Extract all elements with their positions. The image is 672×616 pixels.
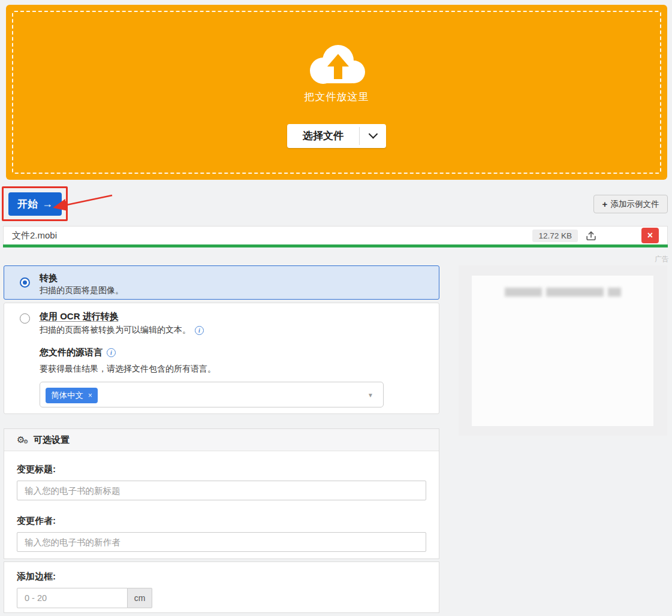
plus-icon: +	[602, 199, 608, 209]
start-button[interactable]: 开始 →	[8, 192, 62, 216]
language-tag-label: 简体中文	[51, 390, 83, 401]
optional-settings-header: ⚙ ⚙ 可选设置	[4, 429, 439, 451]
start-button-label: 开始	[17, 197, 38, 211]
uploaded-file-row: 文件2.mobi 12.72 KB ×	[3, 226, 668, 244]
option-ocr-desc: 扫描的页面将被转换为可以编辑的文本。	[40, 325, 191, 336]
change-author-label: 变更作者:	[17, 515, 426, 527]
add-example-file-button[interactable]: + 添加示例文件	[593, 195, 668, 213]
cloud-upload-icon	[303, 41, 370, 87]
chevron-down-icon	[368, 129, 378, 139]
option-ocr-title[interactable]: 使用 OCR 进行转换	[40, 311, 119, 322]
optional-settings-panel: ⚙ ⚙ 可选设置 变更标题: 变更作者:	[4, 428, 439, 559]
upload-dropzone[interactable]: 把文件放这里 选择文件	[6, 5, 667, 180]
source-language-label: 您文件的源语言	[40, 347, 103, 358]
info-icon[interactable]: i	[107, 348, 116, 357]
ad-blurred-text	[472, 288, 653, 297]
source-language-hint: 要获得最佳结果，请选择文件包含的所有语言。	[40, 364, 216, 375]
choose-file-split-button[interactable]: 选择文件	[287, 124, 386, 148]
change-title-label: 变更标题:	[17, 464, 426, 475]
add-border-section: 添加边框: cm	[4, 561, 439, 613]
radio-ocr[interactable]	[20, 313, 30, 324]
file-name: 文件2.mobi	[12, 230, 57, 241]
option-convert-title: 转换	[40, 273, 58, 284]
gears-icon: ⚙ ⚙	[17, 434, 29, 445]
remove-language-tag-icon[interactable]: ×	[88, 391, 92, 400]
add-border-input[interactable]	[17, 588, 128, 608]
upload-status-icon	[585, 230, 597, 241]
ad-content	[472, 276, 653, 426]
file-size-badge: 12.72 KB	[532, 230, 578, 242]
ad-banner[interactable]	[459, 265, 667, 436]
drop-files-text: 把文件放这里	[305, 90, 369, 104]
add-example-file-label: 添加示例文件	[610, 199, 659, 210]
language-multiselect[interactable]: 简体中文 × ▼	[40, 382, 384, 407]
ad-label: 广告	[655, 254, 669, 264]
choose-file-button[interactable]: 选择文件	[287, 124, 359, 148]
info-icon[interactable]: i	[195, 326, 204, 335]
choose-file-dropdown-toggle[interactable]	[360, 124, 386, 148]
converter-page: 把文件放这里 选择文件 开始 → + 添加示例文件 文件2.mobi	[0, 0, 672, 616]
add-border-label: 添加边框:	[17, 571, 426, 582]
close-icon: ×	[647, 231, 653, 240]
caret-down-icon[interactable]: ▼	[367, 391, 373, 398]
optional-settings-title: 可选设置	[34, 434, 70, 446]
language-tag: 简体中文 ×	[46, 388, 98, 403]
arrow-right-icon: →	[42, 198, 53, 210]
border-unit-addon: cm	[128, 588, 152, 608]
option-ocr-section: 使用 OCR 进行转换 扫描的页面将被转换为可以编辑的文本。 i 您文件的源语言…	[4, 303, 439, 414]
option-convert-desc: 扫描的页面将是图像。	[40, 285, 123, 296]
upload-progress-bar	[3, 244, 668, 247]
radio-convert-selected[interactable]	[20, 277, 30, 288]
change-title-input[interactable]	[17, 481, 426, 500]
remove-file-button[interactable]: ×	[641, 228, 659, 243]
option-convert[interactable]: 转换 扫描的页面将是图像。	[4, 265, 439, 300]
change-author-input[interactable]	[17, 532, 426, 552]
